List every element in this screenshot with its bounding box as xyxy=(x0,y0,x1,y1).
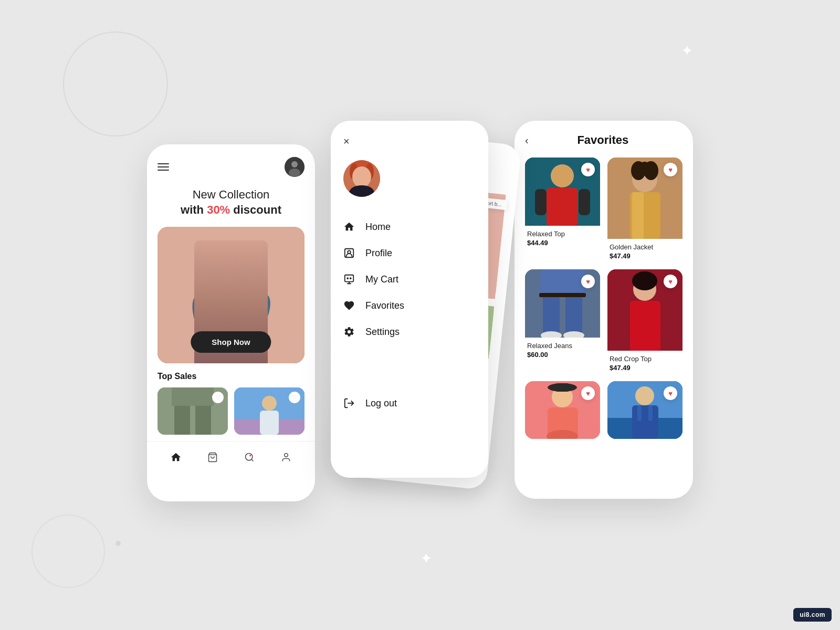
svg-point-44 xyxy=(350,278,351,279)
top-sales-section: Top Sales ♡ xyxy=(147,363,315,435)
svg-point-9 xyxy=(216,252,246,286)
user-avatar[interactable] xyxy=(285,157,304,177)
svg-rect-19 xyxy=(172,387,214,406)
svg-point-38 xyxy=(352,166,371,187)
sale-item-jeans[interactable]: ♡ xyxy=(158,387,228,435)
headline-line2: with 30% discount xyxy=(158,203,304,218)
svg-point-6 xyxy=(218,242,234,265)
favorite-heart-golden-jacket[interactable]: ♥ xyxy=(664,163,677,176)
svg-rect-48 xyxy=(547,188,578,226)
nav-profile-icon[interactable] xyxy=(278,449,295,466)
fav-item-golden-jacket[interactable]: ♥ Golden Jacket $47.49 xyxy=(607,158,682,262)
profile-menu-label: Profile xyxy=(365,248,392,259)
favorites-menu-icon xyxy=(343,300,355,311)
close-button[interactable]: × xyxy=(343,135,476,148)
top-sales-grid: ♡ ♡ xyxy=(158,387,304,435)
fav-info-red-crop: Red Crop Top $47.49 xyxy=(607,351,682,374)
fav-info-golden-jacket: Golden Jacket $47.49 xyxy=(607,239,682,262)
svg-rect-42 xyxy=(345,275,354,282)
fav-name-red-crop: Red Crop Top xyxy=(610,355,680,363)
svg-rect-62 xyxy=(539,293,586,297)
svg-point-15 xyxy=(197,275,215,294)
menu-item-cart[interactable]: My Cart xyxy=(343,266,476,292)
svg-point-23 xyxy=(262,396,277,411)
svg-rect-61 xyxy=(540,269,585,296)
menu-item-settings[interactable]: Settings xyxy=(343,319,476,345)
fav-image-pink-dress: ♥ xyxy=(525,381,600,439)
sale-item-outfit[interactable]: ♡ xyxy=(234,387,304,435)
phone-menu-screen: New C... with 3... Sort b... Pink... $47… xyxy=(331,121,499,499)
hamburger-menu-button[interactable] xyxy=(158,163,169,171)
settings-menu-label: Settings xyxy=(365,327,400,338)
fav-image-blue-overalls: ♥ xyxy=(607,381,682,439)
svg-rect-82 xyxy=(648,405,653,421)
svg-point-1 xyxy=(291,161,298,167)
phone-home-screen: New Collection with 30% discount xyxy=(147,144,315,501)
menu-item-home[interactable]: Home xyxy=(343,214,476,240)
profile-menu-icon xyxy=(343,247,355,259)
fav-image-red-crop: ♥ xyxy=(607,269,682,351)
hamburger-line xyxy=(158,170,169,171)
favorite-heart-red-crop[interactable]: ♥ xyxy=(664,275,677,288)
menu-item-logout[interactable]: Log out xyxy=(343,376,476,416)
nav-search-icon[interactable] xyxy=(241,449,258,466)
favorite-heart-relaxed-top[interactable]: ♥ xyxy=(581,163,595,176)
dot-decoration xyxy=(116,541,121,546)
bg-circle-bottom-left xyxy=(32,514,105,588)
logout-menu-label: Log out xyxy=(365,398,397,409)
svg-point-55 xyxy=(638,162,651,174)
svg-point-2 xyxy=(289,169,300,177)
nav-home-icon[interactable] xyxy=(167,449,184,466)
shop-now-button[interactable]: Shop Now xyxy=(191,331,271,353)
headline-line1: New Collection xyxy=(158,187,304,203)
fav-item-blue-overalls[interactable]: ♥ xyxy=(607,381,682,439)
favorites-grid: ♥ Relaxed Top $44.49 ♥ xyxy=(525,158,682,439)
fav-image-relaxed-jeans: ♥ xyxy=(525,269,600,338)
hero-image: Shop Now xyxy=(158,227,304,363)
fav-item-pink-dress[interactable]: ♥ xyxy=(525,381,600,439)
fav-name-golden-jacket: Golden Jacket xyxy=(610,243,680,251)
svg-rect-57 xyxy=(632,192,644,239)
favorite-heart-relaxed-jeans[interactable]: ♥ xyxy=(581,275,595,288)
phone1-header xyxy=(158,157,304,177)
discount-highlight: 30% xyxy=(207,203,230,216)
fav-price-red-crop: $47.49 xyxy=(610,364,680,372)
favorite-heart-blue-overalls[interactable]: ♥ xyxy=(664,386,677,400)
svg-point-47 xyxy=(551,164,574,187)
fav-price-relaxed-jeans: $60.00 xyxy=(527,351,598,359)
back-button[interactable]: ‹ xyxy=(525,134,529,146)
menu-item-profile[interactable]: Profile xyxy=(343,240,476,266)
fav-item-red-crop[interactable]: ♥ Red Crop Top $47.49 xyxy=(607,269,682,374)
svg-point-79 xyxy=(635,386,654,405)
svg-point-67 xyxy=(632,271,657,290)
hamburger-line xyxy=(158,166,169,167)
svg-point-8 xyxy=(213,247,227,264)
fav-image-relaxed-top: ♥ xyxy=(525,158,600,226)
fav-info-relaxed-jeans: Relaxed Jeans $60.00 xyxy=(525,338,600,361)
svg-rect-81 xyxy=(637,405,642,421)
menu-list: Home Profile xyxy=(343,214,476,416)
hamburger-line xyxy=(158,163,169,164)
svg-rect-73 xyxy=(554,383,571,392)
svg-point-26 xyxy=(246,454,253,460)
fav-image-golden-jacket: ♥ xyxy=(607,158,682,239)
cart-menu-label: My Cart xyxy=(365,274,398,285)
fav-price-relaxed-top: $44.49 xyxy=(527,239,598,247)
logout-menu-icon xyxy=(343,397,355,409)
bottom-nav xyxy=(147,441,315,473)
favorites-header: ‹ Favorites xyxy=(525,133,682,147)
settings-menu-icon xyxy=(343,326,355,338)
menu-user-avatar[interactable] xyxy=(343,160,380,197)
watermark: ui8.com xyxy=(793,608,832,622)
fav-info-relaxed-top: Relaxed Top $44.49 xyxy=(525,226,600,249)
svg-point-5 xyxy=(211,243,251,285)
menu-item-favorites[interactable]: Favorites xyxy=(343,292,476,319)
fav-item-relaxed-jeans[interactable]: ♥ Relaxed Jeans $60.00 xyxy=(525,269,600,374)
phone1-headline: New Collection with 30% discount xyxy=(158,187,304,217)
nav-cart-icon[interactable] xyxy=(204,449,221,466)
sparkle-icon-2: ✦ xyxy=(420,550,432,567)
svg-rect-49 xyxy=(535,189,547,215)
fav-item-relaxed-top[interactable]: ♥ Relaxed Top $44.49 xyxy=(525,158,600,262)
favorite-heart-pink-dress[interactable]: ♥ xyxy=(581,386,595,400)
favorites-title: Favorites xyxy=(539,133,667,147)
